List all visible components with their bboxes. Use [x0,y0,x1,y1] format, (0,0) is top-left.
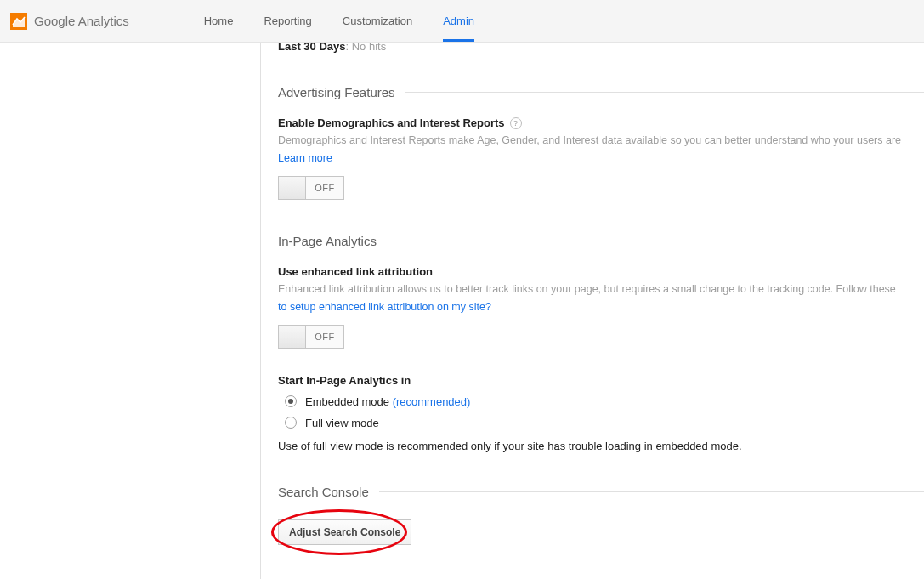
toggle-state: OFF [306,326,343,348]
adjust-search-console-button[interactable]: Adjust Search Console [278,519,411,545]
enhanced-link-label: Use enhanced link attribution [278,265,924,278]
demographics-desc: Demographics and Interest Reports make A… [278,133,924,149]
section-title: In-Page Analytics [278,234,377,248]
section-advertising-header: Advertising Features [278,85,924,99]
toggle-state: OFF [306,177,343,199]
inpage-mode-group: Embedded mode (recommended) Full view mo… [278,395,924,429]
nav-admin[interactable]: Admin [428,0,490,42]
nav-reporting[interactable]: Reporting [248,0,326,42]
demographics-label: Enable Demographics and Interest Reports… [278,116,924,129]
main-content: Last 30 Days: No hits Advertising Featur… [261,43,924,579]
demographics-toggle[interactable]: OFF [278,176,344,200]
toggle-handle [279,177,306,199]
toggle-handle [279,326,306,348]
section-inpage-header: In-Page Analytics [278,234,924,248]
last-30-days-line: Last 30 Days: No hits [278,40,924,53]
learn-more-link[interactable]: Learn more [278,152,332,164]
nav-home[interactable]: Home [189,0,249,42]
left-panel [0,43,261,579]
radio-icon [285,417,297,429]
start-inpage-label: Start In-Page Analytics in [278,374,924,387]
app-header: Google Analytics Home Reporting Customiz… [0,0,924,43]
radio-fullview[interactable]: Full view mode [278,417,924,429]
nav-customization[interactable]: Customization [327,0,428,42]
setup-link[interactable]: to setup enhanced link attribution on my… [278,301,491,313]
section-search-console-header: Search Console [278,485,924,499]
help-icon[interactable]: ? [510,117,522,129]
brand-name: Google Analytics [34,14,129,28]
main-nav: Home Reporting Customization Admin [189,0,490,42]
section-title: Advertising Features [278,85,395,99]
radio-embedded[interactable]: Embedded mode (recommended) [278,395,924,408]
analytics-logo-icon [10,13,27,30]
enhanced-link-toggle[interactable]: OFF [278,325,344,349]
radio-icon [285,395,297,407]
enhanced-link-desc: Enhanced link attribution allows us to b… [278,281,924,298]
fullview-note: Use of full view mode is recommended onl… [278,440,924,452]
brand-logo[interactable]: Google Analytics [10,13,129,30]
section-title: Search Console [278,485,369,499]
